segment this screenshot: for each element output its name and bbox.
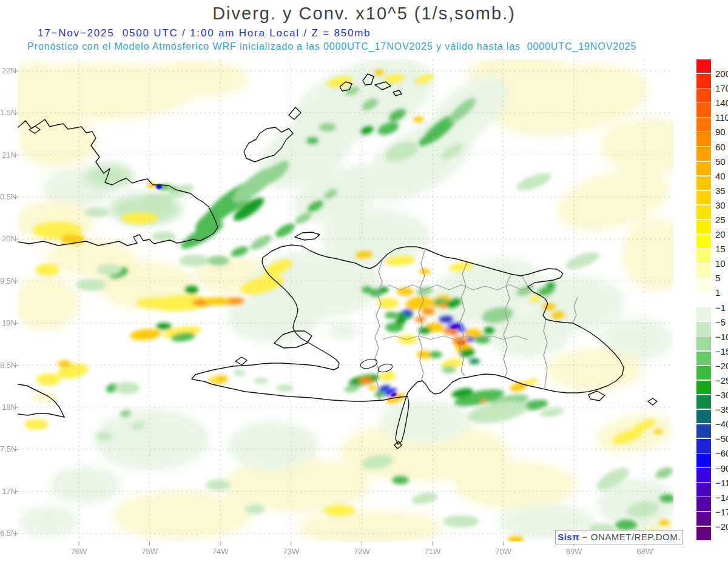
- y-axis-label: 22N: [0, 66, 16, 75]
- colorbar-segment: [696, 366, 711, 380]
- colorbar-label: 30: [715, 200, 726, 210]
- watermark-text: − ONAMET/REP.DOM.: [579, 532, 681, 542]
- colorbar-segment: [696, 410, 711, 423]
- colorbar-segment: [696, 497, 711, 510]
- colorbar-segment: [696, 89, 711, 102]
- colorbar-segment: [696, 235, 711, 248]
- y-axis-label: 17N: [0, 487, 16, 496]
- y-axis-label: 19N: [0, 318, 16, 327]
- colorbar-segment: [696, 483, 711, 496]
- colorbar-label: 20: [715, 229, 726, 239]
- colorbar-segment: [696, 147, 711, 160]
- y-axis-label: 1.5N: [0, 108, 16, 117]
- map-svg: [0, 0, 728, 562]
- colorbar-label: −5: [715, 317, 726, 327]
- colorbar-label: −25: [715, 375, 728, 386]
- colorbar-segment: [696, 74, 711, 87]
- colorbar-segment: [696, 512, 711, 525]
- colorbar-label: 90: [715, 127, 726, 137]
- colorbar-segment: [696, 191, 711, 204]
- colorbar-label: −60: [715, 448, 728, 458]
- watermark-badge: Sisπ − ONAMET/REP.DOM.: [555, 530, 683, 544]
- colorbar-segment: [696, 307, 711, 321]
- colorbar-label: −10: [715, 332, 728, 342]
- colorbar-label: −20: [715, 361, 728, 371]
- colorbar-segment: [696, 249, 711, 263]
- colorbar-label: −50: [715, 433, 728, 444]
- colorbar-label: −140: [715, 492, 728, 503]
- colorbar-label: 200: [715, 69, 728, 79]
- colorbar-label: −90: [715, 463, 728, 473]
- colorbar-segment: [696, 278, 711, 292]
- colorbar-label: −40: [715, 419, 728, 429]
- x-axis-label: 75W: [136, 547, 163, 556]
- colorbar-segment: [696, 103, 711, 116]
- y-axis-label: 20N: [0, 234, 16, 243]
- colorbar-label: 140: [715, 98, 728, 108]
- colorbar-label: 10: [715, 258, 726, 269]
- y-axis-label: 9.5N: [0, 276, 16, 286]
- colorbar-segment: [696, 527, 711, 540]
- colorbar-segment: [696, 264, 711, 277]
- colorbar: [696, 59, 711, 541]
- colorbar-segment: [696, 132, 711, 146]
- sispi-logo: Sisπ: [558, 532, 579, 542]
- x-axis-label: 71W: [419, 547, 446, 556]
- colorbar-label: 35: [715, 186, 726, 196]
- colorbar-label: 15: [715, 244, 726, 254]
- colorbar-label: −1: [715, 303, 726, 313]
- colorbar-segment: [696, 453, 711, 467]
- colorbar-label: −110: [715, 478, 728, 488]
- colorbar-label: −170: [715, 507, 728, 517]
- x-axis-label: 73W: [278, 547, 305, 556]
- colorbar-label: 40: [715, 171, 726, 181]
- y-axis-label: 8.5N: [0, 361, 16, 370]
- shaded-field: [6, 41, 698, 555]
- y-axis-label: 7.5N: [0, 444, 16, 453]
- colorbar-segment: [696, 439, 711, 452]
- y-axis-label: 6.5N: [0, 529, 16, 538]
- colorbar-label: −200: [715, 521, 728, 532]
- colorbar-segment: [696, 220, 711, 233]
- colorbar-label: 60: [715, 142, 726, 152]
- colorbar-segment: [696, 381, 711, 394]
- x-axis-label: 68W: [632, 547, 658, 556]
- colorbar-segment: [696, 352, 711, 365]
- x-axis-label: 74W: [207, 547, 234, 556]
- colorbar-label: −35: [715, 404, 728, 415]
- colorbar-label: −30: [715, 390, 728, 400]
- colorbar-label: 110: [715, 112, 728, 122]
- y-axis-label: 0.5N: [0, 192, 16, 201]
- x-axis-label: 76W: [66, 547, 92, 556]
- colorbar-label: 170: [715, 83, 728, 93]
- colorbar-label: 50: [715, 156, 726, 167]
- x-axis-label: 72W: [348, 547, 375, 556]
- colorbar-label: 5: [715, 273, 720, 283]
- x-axis-label: 70W: [490, 547, 517, 556]
- colorbar-label: 1: [715, 287, 720, 298]
- colorbar-segment: [696, 206, 711, 219]
- colorbar-label: 25: [715, 215, 726, 225]
- x-axis-label: 69W: [561, 547, 587, 556]
- y-axis-label: 18N: [0, 403, 16, 412]
- colorbar-label: −15: [715, 346, 728, 356]
- forecast-map-page: Diverg. y Conv. x10^5 (1/s,somb.) 17−Nov…: [0, 0, 728, 562]
- colorbar-segment: [696, 118, 711, 131]
- colorbar-segment: [696, 176, 711, 190]
- colorbar-segment: [696, 468, 711, 481]
- colorbar-segment: [696, 293, 711, 306]
- colorbar-segment: [696, 322, 711, 335]
- colorbar-segment: [696, 424, 711, 438]
- y-axis-label: 21N: [0, 150, 16, 159]
- colorbar-segment: [696, 59, 711, 73]
- colorbar-segment: [696, 162, 711, 175]
- colorbar-segment: [696, 336, 711, 350]
- colorbar-segment: [696, 395, 711, 409]
